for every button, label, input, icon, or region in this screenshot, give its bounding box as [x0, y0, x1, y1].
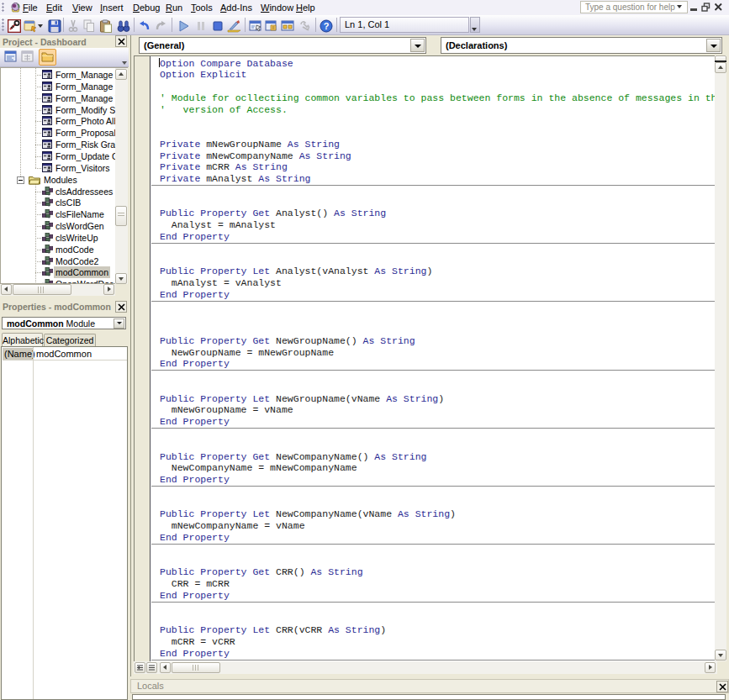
svg-text:?: ? [324, 21, 330, 31]
